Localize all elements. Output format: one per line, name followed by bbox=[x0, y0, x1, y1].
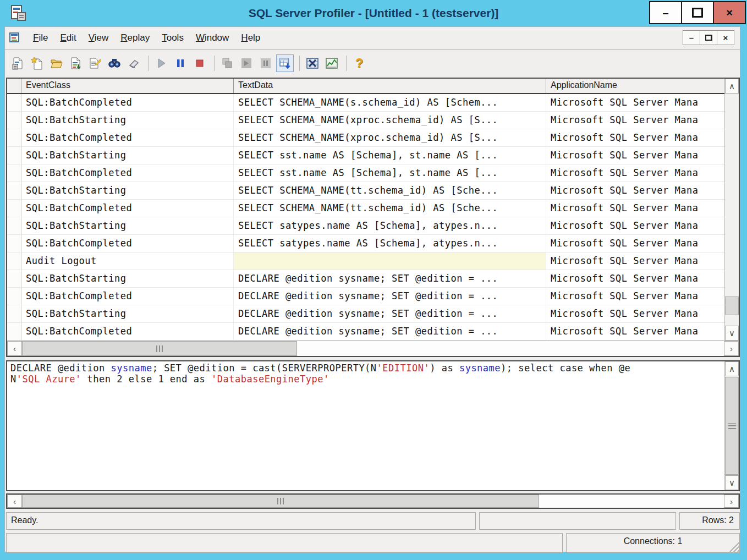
menu-help[interactable]: Help bbox=[235, 30, 266, 45]
table-row[interactable]: SQL:BatchCompletedSELECT satypes.name AS… bbox=[7, 235, 724, 252]
table-row[interactable]: SQL:BatchStartingDECLARE @edition sysnam… bbox=[7, 270, 724, 288]
table-row[interactable]: Audit LogoutMicrosoft SQL Server Mana bbox=[7, 252, 724, 270]
clear-trace-window-button[interactable] bbox=[125, 54, 142, 72]
menu-view[interactable]: View bbox=[83, 30, 115, 45]
cell-event: SQL:BatchStarting bbox=[21, 147, 234, 164]
menu-replay[interactable]: Replay bbox=[114, 30, 156, 45]
scroll-right-icon[interactable]: › bbox=[724, 495, 739, 508]
resize-grip-icon[interactable] bbox=[729, 542, 739, 552]
cell-event: SQL:BatchStarting bbox=[21, 217, 234, 234]
column-header-eventclass[interactable]: EventClass bbox=[21, 79, 234, 93]
start-replay-button[interactable] bbox=[152, 54, 170, 72]
table-row[interactable]: SQL:BatchCompletedSELECT sst.name AS [Sc… bbox=[7, 164, 724, 182]
cell-sel bbox=[7, 200, 21, 217]
connections-count: Connections: 1 bbox=[566, 533, 740, 553]
performance-counters-button[interactable] bbox=[323, 54, 340, 72]
maximize-icon bbox=[692, 8, 703, 18]
table-row[interactable]: SQL:BatchCompletedSELECT SCHEMA_NAME(tt.… bbox=[7, 200, 724, 217]
close-icon: × bbox=[726, 7, 733, 19]
cell-text: SELECT SCHEMA_NAME(tt.schema_id) AS [Sch… bbox=[234, 182, 546, 199]
save-trace-icon bbox=[69, 57, 83, 70]
table-row[interactable]: SQL:BatchCompletedDECLARE @edition sysna… bbox=[7, 288, 724, 305]
cell-app: Microsoft SQL Server Mana bbox=[546, 235, 724, 252]
menu-window[interactable]: Window bbox=[190, 30, 235, 45]
close-button[interactable]: × bbox=[713, 1, 746, 24]
table-row[interactable]: SQL:BatchStartingSELECT SCHEMA_NAME(xpro… bbox=[7, 112, 724, 129]
sql-line: DECLARE @edition sysname; SET @edition =… bbox=[10, 363, 723, 374]
child-close-icon: × bbox=[723, 33, 728, 42]
table-row[interactable]: SQL:BatchCompletedSELECT SCHEMA_NAME(xpr… bbox=[7, 129, 724, 147]
cell-event: Audit Logout bbox=[21, 252, 234, 270]
scroll-left-icon[interactable]: ‹ bbox=[7, 495, 22, 508]
detail-horizontal-scrollbar[interactable]: ‹ › bbox=[6, 493, 740, 509]
extract-event-data-icon bbox=[306, 57, 319, 70]
connection-spacer-panel bbox=[6, 533, 563, 553]
cell-event: SQL:BatchStarting bbox=[21, 182, 234, 199]
column-header-textdata[interactable]: TextData bbox=[234, 79, 546, 93]
child-minimize-icon: – bbox=[689, 33, 694, 42]
pause-replay-button[interactable] bbox=[172, 54, 189, 72]
new-trace-button[interactable] bbox=[29, 54, 46, 72]
table-row[interactable]: SQL:BatchStartingSELECT sst.name AS [Sch… bbox=[7, 147, 724, 164]
find-button[interactable] bbox=[106, 54, 123, 72]
cell-event: SQL:BatchCompleted bbox=[21, 94, 234, 111]
table-row[interactable]: SQL:BatchCompletedDECLARE @edition sysna… bbox=[7, 323, 724, 341]
toolbar-separator bbox=[299, 56, 300, 71]
cell-sel bbox=[7, 147, 21, 164]
cell-app: Microsoft SQL Server Mana bbox=[546, 200, 724, 217]
table-row[interactable]: SQL:BatchCompletedSELECT SCHEMA_NAME(s.s… bbox=[7, 94, 724, 112]
open-trace-button[interactable] bbox=[48, 54, 65, 72]
menu-edit[interactable]: Edit bbox=[54, 30, 82, 45]
trace-properties-button[interactable] bbox=[86, 54, 104, 72]
grid-vertical-scrollbar[interactable]: ∧ ∨ bbox=[724, 79, 739, 341]
maximize-button[interactable] bbox=[681, 1, 714, 24]
detail-hscroll-thumb[interactable] bbox=[22, 495, 539, 508]
stop-replay-button[interactable] bbox=[191, 54, 208, 72]
detail-hscroll-track[interactable] bbox=[539, 495, 724, 508]
child-minimize-button[interactable]: – bbox=[683, 30, 700, 45]
execute-one-step-button[interactable] bbox=[218, 54, 236, 72]
menu-tools[interactable]: Tools bbox=[156, 30, 190, 45]
rows-count: Rows: 2 bbox=[679, 512, 740, 530]
run-to-cursor-button[interactable] bbox=[238, 54, 255, 72]
cell-sel bbox=[7, 112, 21, 129]
child-close-button[interactable]: × bbox=[717, 30, 734, 45]
table-row[interactable]: SQL:BatchStartingSELECT SCHEMA_NAME(tt.s… bbox=[7, 182, 724, 200]
auto-scroll-button[interactable] bbox=[276, 54, 294, 72]
scroll-down-icon[interactable]: ∨ bbox=[725, 475, 739, 490]
sql-text[interactable]: DECLARE @edition sysname; SET @edition =… bbox=[7, 361, 723, 490]
save-trace-button[interactable] bbox=[67, 54, 85, 72]
trace-definition-button[interactable] bbox=[9, 54, 27, 72]
scroll-left-icon[interactable]: ‹ bbox=[7, 341, 22, 356]
grid-header: EventClass TextData ApplicationName bbox=[7, 79, 724, 94]
grid-vscroll-thumb[interactable] bbox=[725, 297, 739, 315]
sql-line: N'SQL Azure' then 2 else 1 end as 'Datab… bbox=[10, 374, 723, 385]
child-restore-button[interactable] bbox=[700, 30, 717, 45]
cell-event: SQL:BatchCompleted bbox=[21, 200, 234, 217]
cell-text: SELECT sst.name AS [Schema], st.name AS … bbox=[234, 164, 546, 182]
table-row[interactable]: SQL:BatchStartingSELECT satypes.name AS … bbox=[7, 217, 724, 235]
detail-vscroll-thumb[interactable] bbox=[725, 377, 739, 475]
auto-scroll-icon bbox=[278, 57, 292, 70]
grid-rows: SQL:BatchCompletedSELECT SCHEMA_NAME(s.s… bbox=[7, 94, 724, 341]
minimize-button[interactable]: – bbox=[649, 1, 682, 24]
help-button[interactable]: ? bbox=[350, 54, 368, 72]
scroll-down-icon[interactable]: ∨ bbox=[725, 326, 739, 341]
trace-window-icon bbox=[9, 32, 21, 43]
grid-hscroll-thumb[interactable] bbox=[22, 341, 297, 356]
menu-file[interactable]: File bbox=[27, 30, 54, 45]
detail-vertical-scrollbar[interactable]: ∧ ∨ bbox=[724, 361, 739, 490]
child-restore-icon bbox=[705, 35, 712, 41]
grid-hscroll-track[interactable] bbox=[297, 341, 724, 356]
column-header-applicationname[interactable]: ApplicationName bbox=[546, 79, 724, 93]
scroll-right-icon[interactable]: › bbox=[724, 341, 739, 356]
cell-text: DECLARE @edition sysname; SET @edition =… bbox=[234, 270, 546, 287]
find-icon bbox=[108, 57, 121, 70]
scroll-up-icon[interactable]: ∧ bbox=[725, 79, 739, 94]
toggle-breakpoint-button[interactable] bbox=[257, 54, 274, 72]
toolbar-separator bbox=[346, 56, 347, 71]
table-row[interactable]: SQL:BatchStartingDECLARE @edition sysnam… bbox=[7, 305, 724, 323]
extract-event-data-button[interactable] bbox=[304, 54, 321, 72]
scroll-up-icon[interactable]: ∧ bbox=[725, 361, 739, 376]
grid-horizontal-scrollbar[interactable]: ‹ › bbox=[7, 341, 739, 356]
